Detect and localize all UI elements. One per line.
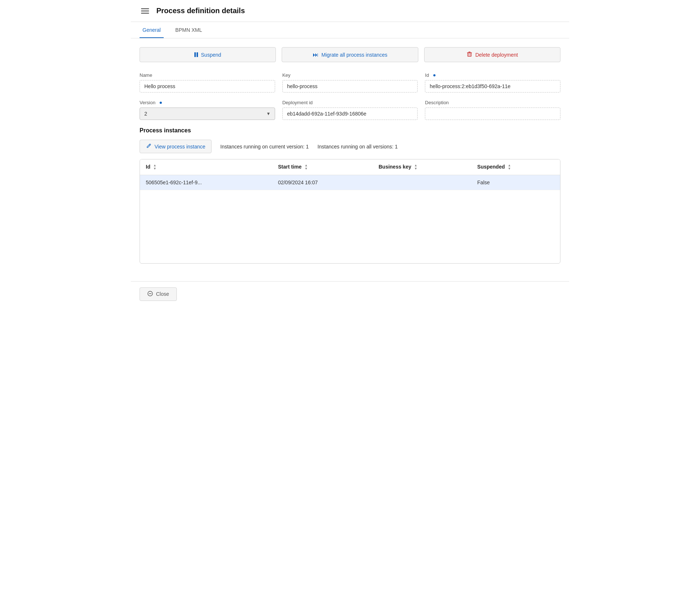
field-id-label: Id <box>425 72 560 78</box>
instances-table-container: Id ▲▼ Start time ▲▼ Business key ▲▼ <box>140 159 560 264</box>
field-name: Name <box>140 72 275 93</box>
process-instances-section: Process instances View process instance … <box>140 127 560 264</box>
field-key-label: Key <box>282 72 418 78</box>
instances-toolbar: View process instance Instances running … <box>140 140 560 153</box>
tabs-bar: General BPMN XML <box>131 22 569 38</box>
id-input[interactable] <box>425 80 560 93</box>
view-instance-label: View process instance <box>155 144 205 150</box>
view-instance-button[interactable]: View process instance <box>140 140 212 153</box>
header: Process definition details <box>131 0 569 22</box>
sort-icon-id: ▲▼ <box>153 164 156 170</box>
close-circle-icon <box>147 291 153 298</box>
cell-business-key <box>373 175 471 190</box>
field-name-label: Name <box>140 72 275 78</box>
version-select[interactable]: 2 <box>140 107 275 120</box>
cell-start-time: 02/09/2024 16:07 <box>272 175 373 190</box>
field-description: Description <box>425 100 560 120</box>
table-header-row: Id ▲▼ Start time ▲▼ Business key ▲▼ <box>140 159 560 175</box>
sort-icon-business-key: ▲▼ <box>414 164 418 170</box>
key-input[interactable] <box>282 80 418 93</box>
field-version: Version 2 ▼ <box>140 100 275 120</box>
field-id: Id <box>425 72 560 93</box>
close-label: Close <box>156 291 169 297</box>
name-input[interactable] <box>140 80 275 93</box>
delete-button[interactable]: Delete deployment <box>424 47 560 62</box>
process-instances-title: Process instances <box>140 127 560 134</box>
fields-row-1: Name Key Id <box>140 72 560 93</box>
current-version-count: Instances running on current version: 1 <box>220 144 309 150</box>
delete-label: Delete deployment <box>475 52 518 58</box>
sort-icon-suspended: ▲▼ <box>508 164 511 170</box>
migrate-label: Migrate all process instances <box>322 52 388 58</box>
main-content: Suspend ⏭ Migrate all process instances … <box>131 38 569 281</box>
svg-rect-0 <box>468 53 471 56</box>
cell-id: 506505e1-692c-11ef-9... <box>140 175 272 190</box>
field-deployment-id: Deployment id <box>282 100 418 120</box>
table-row[interactable]: 506505e1-692c-11ef-9... 02/09/2024 16:07… <box>140 175 560 190</box>
col-start-time[interactable]: Start time ▲▼ <box>272 159 373 175</box>
page-title: Process definition details <box>156 7 245 15</box>
field-description-label: Description <box>425 100 560 105</box>
instances-table: Id ▲▼ Start time ▲▼ Business key ▲▼ <box>140 159 560 263</box>
deployment-id-input[interactable] <box>282 107 418 120</box>
field-key: Key <box>282 72 418 93</box>
page-wrapper: Process definition details General BPMN … <box>131 0 569 596</box>
svg-line-5 <box>149 145 150 146</box>
field-version-label: Version <box>140 100 275 105</box>
fields-row-2: Version 2 ▼ Deployment id Description <box>140 100 560 120</box>
col-id[interactable]: Id ▲▼ <box>140 159 272 175</box>
all-versions-count: Instances running on all versions: 1 <box>317 144 397 150</box>
delete-icon <box>467 51 472 58</box>
col-business-key[interactable]: Business key ▲▼ <box>373 159 471 175</box>
field-deployment-id-label: Deployment id <box>282 100 418 105</box>
col-suspended[interactable]: Suspended ▲▼ <box>471 159 560 175</box>
version-required-dot <box>160 102 162 104</box>
suspend-label: Suspend <box>201 52 221 58</box>
tab-bpmn-xml[interactable]: BPMN XML <box>172 22 205 38</box>
hamburger-icon[interactable] <box>140 7 151 15</box>
cell-suspended: False <box>471 175 560 190</box>
migrate-icon: ⏭ <box>313 52 319 58</box>
id-required-dot <box>433 74 435 76</box>
suspend-icon <box>194 52 198 57</box>
migrate-button[interactable]: ⏭ Migrate all process instances <box>282 47 418 62</box>
sort-icon-start-time: ▲▼ <box>304 164 308 170</box>
empty-row <box>140 190 560 263</box>
action-buttons: Suspend ⏭ Migrate all process instances … <box>140 47 560 62</box>
suspend-button[interactable]: Suspend <box>140 47 276 62</box>
close-button[interactable]: Close <box>140 287 177 301</box>
pencil-icon <box>146 143 152 150</box>
tab-general[interactable]: General <box>140 22 164 38</box>
description-input[interactable] <box>425 107 560 120</box>
version-select-wrapper: 2 ▼ <box>140 107 275 120</box>
footer: Close <box>131 281 569 307</box>
